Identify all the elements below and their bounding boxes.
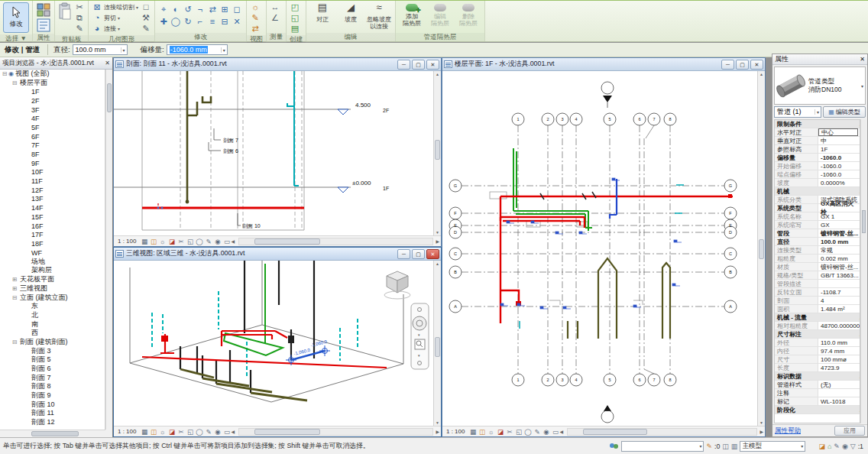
- panel-label-pipe-insulation[interactable]: 管道隔热层: [396, 33, 484, 41]
- scrollbar-thumb[interactable]: [31, 431, 79, 436]
- vertical-scrollbar[interactable]: ▲ ▼: [433, 71, 441, 235]
- olive-pipe-risers[interactable]: [568, 258, 670, 339]
- detail-level-icon[interactable]: ◫: [149, 428, 157, 436]
- scroll-down-icon[interactable]: ▼: [758, 420, 765, 425]
- property-row[interactable]: 反转立面 -1108.7: [775, 288, 860, 297]
- properties-titlebar[interactable]: 属性 ✕: [772, 54, 867, 65]
- close-icon[interactable]: ✕: [860, 56, 865, 63]
- property-value[interactable]: 110.0 mm: [818, 339, 860, 346]
- project-browser-titlebar[interactable]: 项目浏览器 - 水-没洁具.0001.rvt ✕: [0, 57, 112, 70]
- edit-type-button[interactable]: ▦ 编辑类型: [823, 106, 866, 118]
- tree-toggle-icon[interactable]: ⊟: [11, 294, 18, 301]
- tree-item[interactable]: 10F: [0, 168, 105, 177]
- tree-item[interactable]: 9F: [0, 159, 105, 168]
- scroll-right-icon[interactable]: ▶: [760, 429, 765, 434]
- dropdown-icon[interactable]: ▾: [118, 26, 120, 31]
- property-value[interactable]: -1060.0: [818, 162, 860, 170]
- dropdown-icon[interactable]: ▾: [221, 47, 227, 53]
- slope-button[interactable]: ◢ 坡度: [338, 2, 364, 23]
- property-row[interactable]: 限制条件: [775, 120, 860, 128]
- move-icon[interactable]: ⌖: [158, 5, 169, 15]
- dropdown-icon[interactable]: ▾: [136, 5, 138, 10]
- panel-label-properties[interactable]: 属性: [33, 34, 54, 42]
- property-value[interactable]: 100.0 mm: [818, 238, 860, 245]
- property-row[interactable]: 坡度 0.0000%: [775, 179, 860, 187]
- dropdown-icon[interactable]: ▾: [118, 15, 120, 21]
- tree-item[interactable]: 南: [0, 319, 105, 329]
- maximize-button[interactable]: ▢: [736, 60, 749, 70]
- crop-view-icon[interactable]: ◱: [186, 238, 194, 245]
- edit-insulation-button[interactable]: 编辑 隔热层: [427, 2, 453, 27]
- scroll-left-icon[interactable]: ◀: [559, 429, 565, 434]
- tree-item[interactable]: 11F: [0, 177, 105, 186]
- unpin-icon[interactable]: ⊟: [219, 17, 230, 27]
- grid-bubbles-left[interactable]: [449, 180, 462, 313]
- close-icon[interactable]: ✕: [105, 60, 110, 66]
- close-button[interactable]: ✕: [426, 249, 439, 259]
- tree-item[interactable]: 3F: [0, 105, 105, 115]
- property-value[interactable]: (无): [818, 381, 860, 388]
- property-value[interactable]: -1060.0: [818, 170, 860, 178]
- property-row[interactable]: 相对粗糙度 48700.000000: [775, 322, 860, 330]
- tree-item[interactable]: 12F: [0, 186, 105, 195]
- scroll-down-icon[interactable]: ▼: [434, 230, 441, 235]
- sun-path-icon[interactable]: ◪: [167, 238, 176, 245]
- scale-icon[interactable]: ▦: [140, 238, 148, 245]
- north-section-marker-top[interactable]: [601, 82, 614, 108]
- dropdown-icon[interactable]: ▾: [699, 443, 701, 449]
- browser-horizontal-scrollbar[interactable]: [0, 430, 105, 437]
- dropdown-icon[interactable]: ▾: [860, 83, 865, 89]
- property-row[interactable]: 外径 110.0 mm: [775, 339, 860, 347]
- tree-item[interactable]: WF: [0, 248, 105, 258]
- property-row[interactable]: 机械: [775, 187, 860, 196]
- viewcube[interactable]: [384, 271, 410, 299]
- section-tags[interactable]: 剖面 7 剖面 6 剖面 10: [209, 128, 261, 229]
- property-row[interactable]: 参照标高 1F: [775, 145, 860, 154]
- scrollbar-thumb[interactable]: [759, 239, 764, 259]
- cut-icon[interactable]: ✂: [74, 2, 85, 12]
- valve-fitting[interactable]: [288, 336, 294, 343]
- visual-style-icon[interactable]: ☼: [158, 428, 167, 436]
- tree-item[interactable]: 西: [0, 329, 105, 338]
- mirror-icon[interactable]: ◯: [170, 17, 181, 27]
- property-row[interactable]: 标识数据: [775, 372, 860, 381]
- create-group-icon[interactable]: ◱: [290, 13, 300, 23]
- property-value[interactable]: -1108.7: [818, 288, 860, 296]
- property-row[interactable]: 偏移量 -1060.0: [775, 154, 860, 162]
- close-button[interactable]: ✕: [426, 60, 439, 70]
- property-value[interactable]: GX高区消火栓: [818, 204, 860, 212]
- section-marker-bottom[interactable]: [601, 405, 614, 423]
- tree-item[interactable]: ⊟ 楼层平面: [0, 79, 105, 88]
- scrollbar-thumb[interactable]: [107, 83, 112, 112]
- filter-icon[interactable]: ▽: [850, 443, 856, 450]
- tree-item[interactable]: 剖面 12: [0, 418, 105, 427]
- worksets-icon[interactable]: [609, 442, 619, 450]
- property-value[interactable]: 4723.9: [818, 364, 860, 371]
- property-value[interactable]: [818, 280, 860, 287]
- tree-item[interactable]: 18F: [0, 239, 105, 248]
- pipe-end-grip[interactable]: [319, 345, 330, 356]
- create-similar-icon[interactable]: ◰: [290, 2, 300, 12]
- property-row[interactable]: 直径 100.0 mm: [775, 238, 860, 246]
- design-options-icon[interactable]: ◫: [722, 443, 729, 450]
- sun-path-icon[interactable]: ◪: [496, 428, 504, 436]
- shadows-icon[interactable]: ✂: [505, 428, 513, 436]
- property-value[interactable]: 中心: [818, 128, 858, 136]
- property-row[interactable]: 系统类型 GX高区消火栓: [775, 204, 860, 212]
- temporary-hide-icon[interactable]: ✎: [204, 428, 212, 436]
- level-name-1f[interactable]: 1F: [383, 186, 389, 191]
- section-window-titlebar[interactable]: 剖面: 剖面 11 - 水-没洁具.0001.rvt ─ ▢ ✕: [114, 58, 441, 71]
- sun-path-icon[interactable]: ◪: [167, 428, 176, 436]
- scrollbar-thumb[interactable]: [583, 429, 647, 435]
- property-value[interactable]: GX: [818, 221, 860, 229]
- horizontal-scrollbar[interactable]: [238, 238, 433, 245]
- split-icon[interactable]: ⌐: [195, 17, 206, 27]
- scroll-up-icon[interactable]: ▲: [434, 72, 441, 76]
- property-value[interactable]: GB/T 13663...: [818, 271, 860, 279]
- minimize-button[interactable]: ─: [721, 60, 734, 70]
- scroll-right-icon[interactable]: ▶: [436, 429, 441, 434]
- demolish-icon[interactable]: ⚒: [141, 13, 151, 23]
- family-types-icon[interactable]: [36, 18, 51, 32]
- select-toggle-icon[interactable]: ◉: [842, 443, 848, 450]
- property-value[interactable]: -1060.0: [818, 154, 860, 161]
